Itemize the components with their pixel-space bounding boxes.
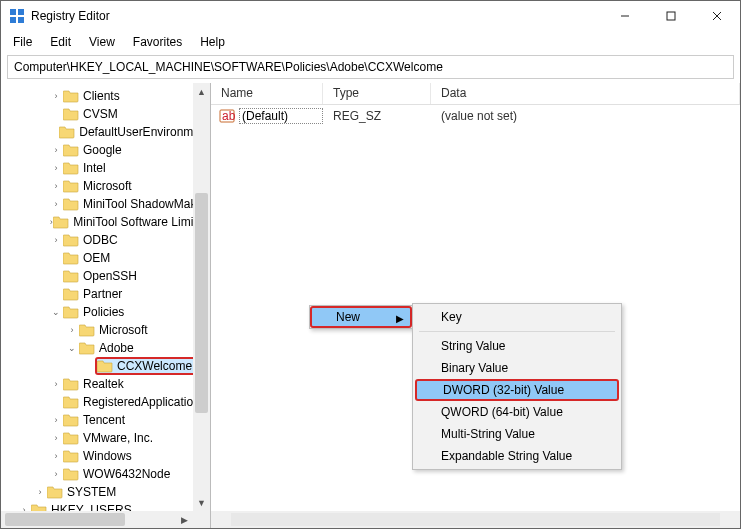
menubar: File Edit View Favorites Help <box>1 31 740 53</box>
tree-node[interactable]: Realtek <box>1 375 210 393</box>
tree-node-label: VMware, Inc. <box>83 431 153 445</box>
submenu-binary[interactable]: Binary Value <box>413 357 621 379</box>
col-data[interactable]: Data <box>431 83 740 104</box>
context-item-new[interactable]: New ▶ <box>310 306 412 328</box>
tree-node[interactable]: WOW6432Node <box>1 465 210 483</box>
tree-node[interactable]: Partner <box>1 285 210 303</box>
menu-help[interactable]: Help <box>192 33 233 51</box>
tree-node[interactable]: Microsoft <box>1 177 210 195</box>
tree-pane[interactable]: ClientsCVSMDefaultUserEnvironmentGoogleI… <box>1 83 211 528</box>
folder-icon <box>63 449 79 463</box>
tree-node[interactable]: DefaultUserEnvironment <box>1 123 210 141</box>
tree-node[interactable]: MiniTool Software Limited <box>1 213 210 231</box>
chevron-right-icon[interactable] <box>49 415 63 425</box>
chevron-down-icon[interactable] <box>65 343 79 353</box>
col-type[interactable]: Type <box>323 83 431 104</box>
submenu-string[interactable]: String Value <box>413 335 621 357</box>
tree-node[interactable]: Microsoft <box>1 321 210 339</box>
chevron-right-icon[interactable] <box>49 91 63 101</box>
folder-icon <box>59 125 75 139</box>
tree-node[interactable]: SYSTEM <box>1 483 210 501</box>
scroll-up-icon[interactable]: ▲ <box>193 83 210 100</box>
chevron-right-icon[interactable] <box>49 469 63 479</box>
tree-node[interactable]: Tencent <box>1 411 210 429</box>
close-button[interactable] <box>694 1 740 31</box>
list-row[interactable]: ab (Default) REG_SZ (value not set) <box>211 105 740 127</box>
menu-favorites[interactable]: Favorites <box>125 33 190 51</box>
tree-node-label: CVSM <box>83 107 118 121</box>
scroll-down-icon[interactable]: ▼ <box>193 494 210 511</box>
svg-rect-3 <box>18 17 24 23</box>
chevron-right-icon[interactable] <box>49 145 63 155</box>
tree-node[interactable]: MiniTool ShadowMaker <box>1 195 210 213</box>
folder-icon <box>63 431 79 445</box>
submenu-multi-label: Multi-String Value <box>441 427 535 441</box>
menu-view[interactable]: View <box>81 33 123 51</box>
chevron-right-icon[interactable] <box>49 199 63 209</box>
col-name[interactable]: Name <box>211 83 323 104</box>
chevron-right-icon[interactable] <box>49 235 63 245</box>
tree-node-label: Tencent <box>83 413 125 427</box>
folder-icon <box>63 287 79 301</box>
submenu-dword[interactable]: DWORD (32-bit) Value <box>415 379 619 401</box>
folder-icon <box>53 215 69 229</box>
list-horizontal-scrollbar[interactable] <box>211 511 740 528</box>
submenu-separator <box>419 331 615 332</box>
tree-horizontal-scrollbar[interactable]: ◀ ▶ <box>1 511 193 528</box>
address-bar[interactable]: Computer\HKEY_LOCAL_MACHINE\SOFTWARE\Pol… <box>7 55 734 79</box>
chevron-right-icon[interactable] <box>49 451 63 461</box>
list-header: Name Type Data <box>211 83 740 105</box>
submenu-binary-label: Binary Value <box>441 361 508 375</box>
list-scroll-thumb[interactable] <box>231 513 720 526</box>
scroll-thumb-horizontal[interactable] <box>5 513 125 526</box>
tree-node[interactable]: Windows <box>1 447 210 465</box>
folder-icon <box>63 197 79 211</box>
tree-node[interactable]: ODBC <box>1 231 210 249</box>
scroll-right-icon[interactable]: ▶ <box>176 511 193 528</box>
tree-node[interactable]: OpenSSH <box>1 267 210 285</box>
tree-node-label: Clients <box>83 89 120 103</box>
tree-node-label: CCXWelcome <box>117 359 192 373</box>
chevron-right-icon[interactable] <box>65 325 79 335</box>
tree-node-label: RegisteredApplications <box>83 395 206 409</box>
submenu-key[interactable]: Key <box>413 306 621 328</box>
tree-node-label: Microsoft <box>99 323 148 337</box>
folder-icon <box>47 485 63 499</box>
tree-node-selected[interactable]: CCXWelcome <box>95 357 198 375</box>
chevron-down-icon[interactable] <box>49 307 63 317</box>
tree-node-label: Intel <box>83 161 106 175</box>
scroll-thumb-vertical[interactable] <box>195 193 208 413</box>
tree-node[interactable]: Adobe <box>1 339 210 357</box>
folder-icon <box>63 107 79 121</box>
value-name[interactable]: (Default) <box>239 108 323 124</box>
tree-node[interactable]: CVSM <box>1 105 210 123</box>
chevron-right-icon[interactable] <box>49 181 63 191</box>
submenu-multi[interactable]: Multi-String Value <box>413 423 621 445</box>
folder-icon <box>63 143 79 157</box>
tree-node[interactable]: Clients <box>1 87 210 105</box>
tree-node-label: MiniTool ShadowMaker <box>83 197 207 211</box>
chevron-right-icon[interactable] <box>49 163 63 173</box>
tree-node[interactable]: RegisteredApplications <box>1 393 210 411</box>
submenu-expand[interactable]: Expandable String Value <box>413 445 621 467</box>
chevron-right-icon[interactable] <box>49 379 63 389</box>
tree-node[interactable]: Google <box>1 141 210 159</box>
tree-node[interactable]: OEM <box>1 249 210 267</box>
tree-node-label: MiniTool Software Limited <box>73 215 210 229</box>
tree-node[interactable]: VMware, Inc. <box>1 429 210 447</box>
minimize-button[interactable] <box>602 1 648 31</box>
chevron-right-icon[interactable] <box>49 433 63 443</box>
menu-file[interactable]: File <box>5 33 40 51</box>
maximize-button[interactable] <box>648 1 694 31</box>
svg-rect-2 <box>10 17 16 23</box>
tree-node[interactable]: CCXWelcome <box>1 357 210 375</box>
tree-node[interactable]: Policies <box>1 303 210 321</box>
svg-rect-0 <box>10 9 16 15</box>
submenu-qword[interactable]: QWORD (64-bit) Value <box>413 401 621 423</box>
tree-node[interactable]: Intel <box>1 159 210 177</box>
tree-node-label: Partner <box>83 287 122 301</box>
tree-vertical-scrollbar[interactable]: ▲ ▼ <box>193 83 210 511</box>
menu-edit[interactable]: Edit <box>42 33 79 51</box>
tree-node-label: Adobe <box>99 341 134 355</box>
chevron-right-icon[interactable] <box>33 487 47 497</box>
